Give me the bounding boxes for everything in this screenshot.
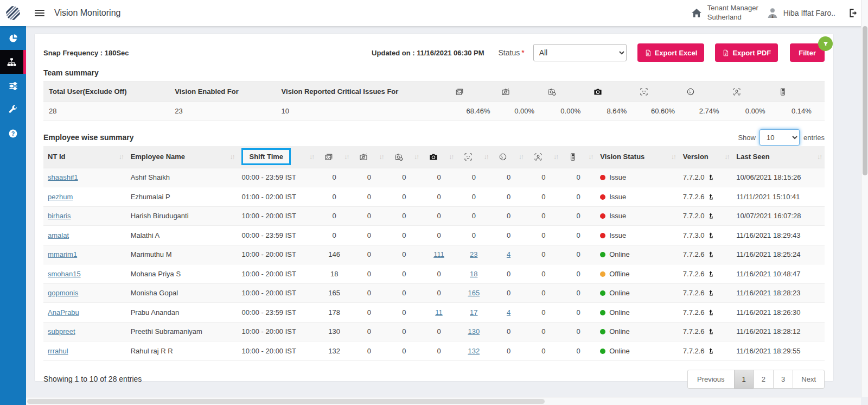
metric-count-link[interactable]: 17: [470, 308, 477, 317]
status-select[interactable]: All: [533, 44, 627, 61]
show-entries: Show 10 entries: [738, 129, 825, 145]
horizontal-scrollbar[interactable]: [26, 397, 861, 405]
col-metric-face-issue[interactable]: ↓↑: [491, 146, 526, 168]
ntid-link[interactable]: amalat: [48, 231, 69, 239]
col-metric-camera-solid[interactable]: ↓↑: [422, 146, 456, 168]
sort-icon: ↓↑: [483, 153, 488, 161]
metric-count: 0: [352, 187, 386, 207]
pagination-next[interactable]: Next: [793, 370, 825, 389]
sort-icon: ↓↑: [553, 153, 558, 161]
status-dot: [600, 194, 605, 200]
col-metric-people-frame[interactable]: ↓↑: [526, 146, 561, 168]
col-metric-mobile[interactable]: ↓↑: [561, 146, 596, 168]
metric-count: 0: [491, 264, 526, 284]
metric-count-link[interactable]: 130: [468, 327, 480, 336]
ntid-link[interactable]: AnaPrabu: [48, 308, 79, 317]
ntid-link[interactable]: shaashif1: [48, 173, 78, 181]
vertical-scrollbar-thumb[interactable]: [863, 26, 867, 175]
employee-name-cell: Preethi Subramaniyam: [126, 322, 238, 341]
pagination-previous[interactable]: Previous: [687, 370, 735, 389]
version-cell: 7.7.2.6: [679, 322, 732, 341]
sidebar-item-preferences[interactable]: [0, 74, 26, 98]
metric-count: 0: [456, 226, 491, 245]
ntid-link[interactable]: smohan15: [48, 270, 81, 278]
vision-status-cell: Online: [596, 341, 679, 361]
sidebar: ?: [0, 26, 26, 405]
logout-icon[interactable]: [848, 8, 858, 18]
sidebar-item-help[interactable]: ?: [0, 122, 26, 145]
update-arrow-icon: [707, 174, 714, 181]
col-metric-camera-info[interactable]: ↓↑: [387, 146, 422, 168]
metric-count-link[interactable]: 23: [470, 250, 477, 258]
version-cell: 7.7.2.6: [679, 303, 732, 322]
metric-count-link[interactable]: 111: [433, 250, 444, 258]
version-cell: 7.7.2.0: [679, 206, 732, 226]
metric-count-link[interactable]: 132: [468, 347, 480, 355]
ntid-link[interactable]: birharis: [48, 212, 71, 220]
col-version[interactable]: Version↓↑: [679, 146, 732, 168]
metric-count: 0: [456, 168, 491, 187]
last-seen-cell: 11/16/2021 18:25:24: [732, 245, 825, 264]
required-asterisk: *: [521, 48, 524, 57]
metric-count-link[interactable]: 4: [507, 250, 510, 258]
col-metric-camera-off[interactable]: ↓↑: [352, 146, 386, 168]
status-dot: [600, 213, 605, 219]
page-size-select[interactable]: 10: [760, 129, 800, 145]
updated-on: Updated on : 11/16/2021 06:30 PM: [372, 49, 484, 57]
excel-file-icon: [644, 49, 652, 56]
col-vision-status[interactable]: Vision Status↓↑: [596, 146, 679, 168]
vertical-scrollbar[interactable]: [861, 0, 868, 397]
sidebar-item-dashboard[interactable]: [0, 26, 26, 50]
last-seen-cell: 11/16/2021 18:29:43: [732, 226, 825, 245]
sort-icon: ↓↑: [229, 153, 234, 161]
ntid-link[interactable]: mmarim1: [48, 250, 77, 258]
metric-count: 0: [456, 187, 491, 207]
metric-count: 0: [561, 168, 596, 187]
sidebar-item-team-monitoring[interactable]: [0, 50, 26, 74]
metric-count: 132: [317, 341, 352, 361]
horizontal-scrollbar-thumb[interactable]: [27, 399, 545, 404]
metric-count: 0: [317, 187, 352, 207]
pagination-page-2[interactable]: 2: [754, 370, 774, 389]
metric-count-link[interactable]: 11: [435, 308, 443, 317]
col-metric-photos[interactable]: ↓↑: [317, 146, 352, 168]
sidebar-item-tools[interactable]: [0, 98, 26, 122]
team-col-header: Vision Reported Critical Issues For: [276, 82, 455, 102]
last-seen-cell: 11/16/2021 18:26:30: [732, 303, 825, 322]
export-pdf-button[interactable]: Export PDF: [715, 43, 778, 62]
col-metric-face-scan[interactable]: ↓↑: [456, 146, 491, 168]
update-arrow-icon: [707, 251, 714, 258]
camera-off-icon: [501, 87, 547, 96]
update-arrow-icon: [707, 347, 714, 355]
col-nt-id[interactable]: NT Id↓↑: [43, 146, 126, 168]
metric-count: 0: [491, 226, 526, 245]
team-metric-header: [547, 82, 593, 102]
shift-time-cell: 01:00 - 02:00 IST: [237, 187, 317, 207]
metric-count-link[interactable]: 18: [470, 270, 477, 278]
user-menu[interactable]: Hiba Iffat Faro..: [766, 7, 835, 20]
menu-icon[interactable]: [35, 8, 44, 18]
pagination-page-3[interactable]: 3: [773, 370, 793, 389]
team-col-header: Vision Enabled For: [169, 82, 276, 102]
pagination-page-1[interactable]: 1: [734, 370, 754, 389]
update-arrow-icon: [707, 212, 714, 219]
col-last-seen[interactable]: Last Seen↓↑: [732, 146, 825, 168]
col-employee-name[interactable]: Employee Name↓↑: [126, 146, 238, 168]
vision-status-cell: Issue: [596, 187, 679, 207]
ntid-link[interactable]: rrrahul: [48, 347, 68, 355]
last-seen-cell: 11/16/2021 18:29:55: [732, 341, 825, 361]
ntid-link[interactable]: subpreet: [48, 327, 75, 336]
col-shift-time[interactable]: Shift Time↓↑: [237, 146, 317, 168]
metric-count: 0: [387, 283, 422, 303]
metric-count-link[interactable]: 165: [468, 289, 480, 297]
sitemap-icon: [7, 57, 17, 67]
tenant-switcher[interactable]: Tenant Manager Sutherland: [691, 4, 758, 22]
ntid-link[interactable]: gopmonis: [48, 289, 78, 297]
ntid-link[interactable]: pezhum: [48, 193, 73, 201]
last-seen-cell: 11/16/2021 18:28:12: [732, 322, 825, 341]
version-cell: 7.7.2.0: [679, 168, 732, 187]
metric-count-link[interactable]: 4: [507, 308, 510, 317]
export-excel-button[interactable]: Export Excel: [637, 43, 705, 62]
update-arrow-icon: [707, 232, 714, 239]
filter-button[interactable]: Filter: [790, 43, 825, 62]
